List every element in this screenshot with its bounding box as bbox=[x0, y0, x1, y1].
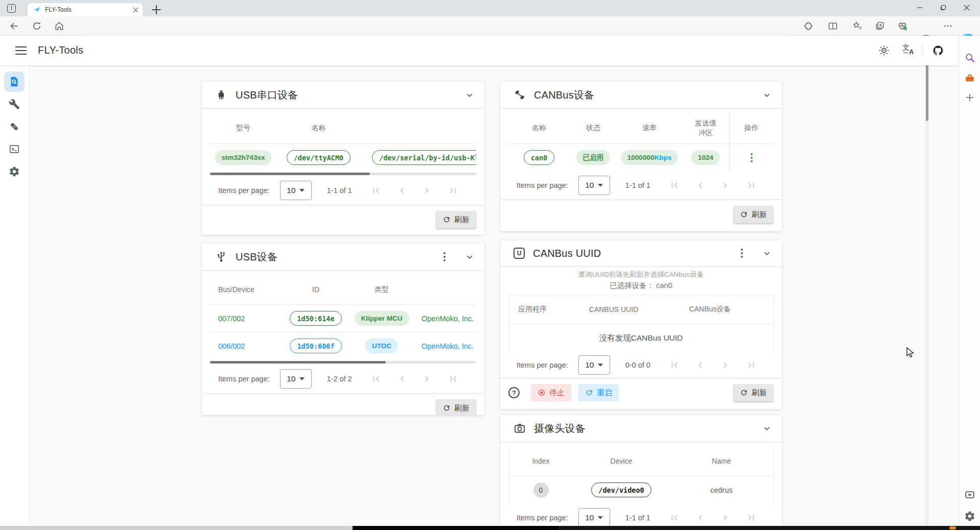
rail-item-device-search[interactable] bbox=[4, 71, 25, 92]
browser-tab[interactable]: FLY-Tools bbox=[28, 3, 143, 16]
tab-actions-icon[interactable] bbox=[7, 4, 16, 13]
refresh-button[interactable]: 刷新 bbox=[733, 384, 774, 401]
sidebar-search-icon[interactable] bbox=[964, 52, 975, 63]
caret-down-icon bbox=[299, 189, 305, 192]
home-icon[interactable] bbox=[54, 21, 64, 31]
rail-item-tools[interactable] bbox=[4, 94, 25, 114]
pagination: Items per page: 10 1-1 of 1 bbox=[202, 176, 484, 205]
card-usb-header[interactable]: USB设备 bbox=[202, 244, 484, 270]
col-model: 型号 bbox=[210, 124, 276, 133]
toolbox-icon[interactable] bbox=[964, 73, 975, 84]
type-chip: Klipper MCU bbox=[355, 311, 409, 326]
prev-page-icon[interactable] bbox=[694, 180, 706, 191]
maximize-icon[interactable] bbox=[933, 0, 953, 15]
screenshot-tool-icon[interactable] bbox=[964, 489, 975, 500]
first-page-icon[interactable] bbox=[669, 180, 680, 191]
horizontal-scrollbar[interactable] bbox=[210, 173, 476, 175]
github-icon[interactable] bbox=[932, 44, 944, 57]
menu-icon[interactable] bbox=[15, 46, 27, 55]
page-size-select[interactable]: 10 bbox=[578, 508, 610, 526]
terminal-icon bbox=[9, 143, 20, 155]
sidebar-settings-icon[interactable] bbox=[964, 511, 975, 522]
card-kebab-icon[interactable] bbox=[438, 251, 451, 263]
add-sidebar-icon[interactable] bbox=[964, 92, 975, 103]
stop-button[interactable]: 停止 bbox=[531, 384, 571, 401]
card-camera-header[interactable]: 摄像头设备 bbox=[500, 415, 782, 442]
card-canbus-header[interactable]: CANBus设备 bbox=[500, 82, 782, 108]
next-page-icon[interactable] bbox=[720, 180, 731, 191]
page-size-value: 10 bbox=[287, 374, 295, 383]
col-device: CANBus设备 bbox=[647, 305, 773, 314]
prev-page-icon[interactable] bbox=[396, 373, 407, 384]
last-page-icon[interactable] bbox=[745, 359, 757, 371]
settings-more-icon[interactable] bbox=[943, 21, 953, 31]
translate-zh-glyph: 文 bbox=[902, 43, 909, 53]
extensions-icon[interactable] bbox=[803, 21, 813, 31]
last-page-icon[interactable] bbox=[447, 185, 458, 196]
device-search-icon bbox=[9, 76, 20, 87]
chevron-down-icon[interactable] bbox=[761, 89, 773, 101]
page-scrollbar[interactable] bbox=[925, 36, 929, 526]
row-actions-kebab-icon[interactable] bbox=[745, 152, 758, 164]
refresh-button[interactable]: 刷新 bbox=[436, 211, 476, 228]
card-canbus-uuid-header[interactable]: U CANBus UUID bbox=[500, 240, 782, 266]
collections-icon[interactable] bbox=[875, 21, 885, 31]
chevron-down-icon[interactable] bbox=[464, 251, 475, 262]
card-camera: 摄像头设备 Index Device Name 0 /dev/video0 ce… bbox=[500, 415, 782, 526]
translate-icon[interactable]: 文 A bbox=[902, 44, 917, 57]
close-tab-icon[interactable] bbox=[133, 7, 138, 13]
refresh-button[interactable]: 刷新 bbox=[733, 206, 774, 223]
page-size-select[interactable]: 10 bbox=[578, 355, 610, 375]
chevron-down-icon[interactable] bbox=[761, 248, 773, 259]
last-page-icon[interactable] bbox=[447, 373, 458, 384]
page-size-select[interactable]: 10 bbox=[578, 176, 610, 195]
table-row: 0 /dev/video0 cedrus bbox=[509, 476, 773, 503]
prev-page-icon[interactable] bbox=[694, 359, 706, 371]
new-tab-icon[interactable] bbox=[151, 5, 161, 15]
pagination: Items per page: 10 1-1 of 1 bbox=[500, 503, 782, 526]
rate-chip: 1000000Kbps bbox=[621, 150, 678, 165]
last-page-icon[interactable] bbox=[745, 180, 757, 191]
next-page-icon[interactable] bbox=[720, 359, 731, 371]
camera-device-chip: /dev/video0 bbox=[591, 483, 651, 497]
back-icon[interactable] bbox=[9, 21, 19, 31]
browser-tab-strip: FLY-Tools bbox=[0, 0, 980, 16]
can-name-chip: can0 bbox=[524, 150, 555, 165]
rail-item-settings[interactable] bbox=[4, 161, 25, 182]
browser-essentials-icon[interactable] bbox=[897, 21, 907, 31]
translate-a-glyph: A bbox=[909, 48, 914, 56]
restart-button[interactable]: 重启 bbox=[578, 384, 619, 401]
close-window-icon[interactable] bbox=[956, 0, 977, 15]
reload-icon[interactable] bbox=[32, 21, 42, 31]
refresh-button[interactable]: 刷新 bbox=[436, 399, 476, 415]
rail-item-firmware[interactable] bbox=[4, 116, 25, 137]
prev-page-icon[interactable] bbox=[694, 512, 706, 523]
rail-item-terminal[interactable] bbox=[4, 139, 25, 159]
page-size-select[interactable]: 10 bbox=[280, 369, 312, 389]
minimize-icon[interactable] bbox=[909, 0, 930, 15]
first-page-icon[interactable] bbox=[669, 512, 680, 523]
last-page-icon[interactable] bbox=[745, 512, 757, 523]
prev-page-icon[interactable] bbox=[396, 185, 407, 196]
page-range: 1-1 of 1 bbox=[625, 181, 650, 189]
card-kebab-icon[interactable] bbox=[736, 247, 748, 259]
split-screen-icon[interactable] bbox=[828, 21, 838, 31]
col-type: 类型 bbox=[351, 285, 412, 294]
refresh-label: 刷新 bbox=[752, 210, 767, 220]
col-app: 应用程序 bbox=[509, 305, 580, 314]
theme-sun-icon[interactable] bbox=[878, 44, 890, 57]
chevron-down-icon[interactable] bbox=[761, 423, 773, 434]
next-page-icon[interactable] bbox=[720, 512, 731, 523]
card-usb-serial: USB串口设备 型号 名称 stm32h743xx /dev/ttyACM0 /… bbox=[202, 82, 484, 235]
chevron-down-icon[interactable] bbox=[464, 89, 475, 101]
first-page-icon[interactable] bbox=[669, 359, 680, 371]
card-usb-serial-header[interactable]: USB串口设备 bbox=[202, 82, 484, 108]
page-size-select[interactable]: 10 bbox=[280, 181, 312, 200]
next-page-icon[interactable] bbox=[422, 373, 433, 384]
first-page-icon[interactable] bbox=[370, 185, 382, 196]
next-page-icon[interactable] bbox=[422, 185, 433, 196]
first-page-icon[interactable] bbox=[370, 373, 382, 384]
help-icon[interactable]: ? bbox=[508, 387, 520, 398]
favorites-icon[interactable] bbox=[852, 21, 862, 31]
horizontal-scrollbar[interactable] bbox=[210, 361, 476, 364]
